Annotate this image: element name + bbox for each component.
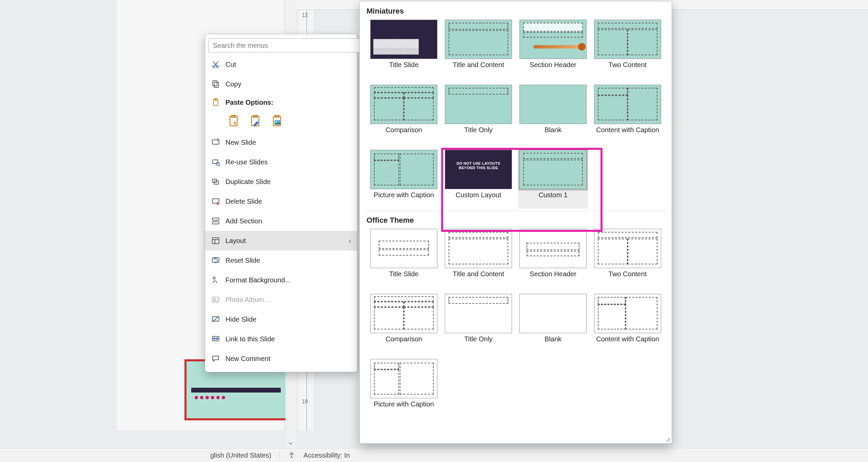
menu-copy-label: Copy bbox=[225, 80, 241, 88]
menu-delete-slide-label: Delete Slide bbox=[225, 198, 262, 205]
layout-section-header-label: Section Header bbox=[530, 61, 576, 77]
paste-options-row: a bbox=[205, 111, 357, 133]
menu-new-slide[interactable]: New Slide bbox=[205, 133, 357, 152]
layout-office-title-and-content[interactable]: Title and Content bbox=[443, 227, 513, 288]
layout-office-two-content[interactable]: Two Content bbox=[593, 227, 663, 288]
paste-icon bbox=[211, 98, 220, 107]
ruler-tick: 12 bbox=[302, 12, 308, 18]
svg-point-32 bbox=[216, 338, 218, 339]
link-icon bbox=[211, 335, 220, 343]
menu-reset-slide-label: Reset Slide bbox=[225, 257, 260, 264]
layout-office-picture-with-caption-label: Picture with Caption bbox=[374, 400, 434, 417]
layout-office-title-only[interactable]: Title Only bbox=[443, 293, 513, 353]
layout-office-section-header[interactable]: Section Header bbox=[518, 227, 588, 288]
layout-title-and-content[interactable]: Title and Content bbox=[443, 18, 513, 79]
gallery-section-miniatures: Miniatures bbox=[365, 5, 666, 18]
layout-office-picture-with-caption[interactable]: Picture with Caption bbox=[369, 358, 439, 418]
svg-point-15 bbox=[275, 121, 277, 123]
status-language[interactable]: glish (United States) bbox=[210, 451, 271, 459]
layout-office-section-header-label: Section Header bbox=[530, 270, 576, 286]
layout-title-slide-label: Title Slide bbox=[389, 61, 418, 77]
menu-search-input[interactable] bbox=[209, 38, 362, 53]
gallery-resize-grip[interactable] bbox=[665, 437, 671, 442]
menu-add-section-label: Add Section bbox=[225, 217, 262, 225]
menu-layout[interactable]: Layout › bbox=[205, 231, 357, 250]
svg-rect-24 bbox=[212, 238, 219, 243]
menu-duplicate-slide-label: Duplicate Slide bbox=[225, 178, 271, 185]
menu-duplicate-slide[interactable]: Duplicate Slide bbox=[205, 172, 357, 192]
svg-text:a: a bbox=[234, 120, 237, 125]
layout-picture-with-caption-label: Picture with Caption bbox=[374, 191, 434, 207]
layout-section-header[interactable]: Section Header bbox=[518, 18, 588, 79]
menu-format-background[interactable]: Format Background... bbox=[205, 270, 357, 290]
layout-icon bbox=[211, 236, 220, 245]
cut-icon bbox=[211, 60, 220, 69]
menu-format-background-label: Format Background... bbox=[225, 276, 291, 284]
layout-two-content[interactable]: Two Content bbox=[593, 18, 663, 79]
menu-cut-label: Cut bbox=[225, 61, 236, 68]
svg-point-31 bbox=[214, 338, 215, 339]
format-background-icon bbox=[211, 276, 220, 284]
layout-title-only-label: Title Only bbox=[464, 126, 493, 142]
menu-link-to-slide[interactable]: Link to this Slide bbox=[205, 329, 357, 349]
delete-slide-icon bbox=[211, 197, 220, 206]
context-menu: Cut Copy Paste Options: a bbox=[205, 34, 357, 372]
menu-cut[interactable]: Cut bbox=[205, 55, 357, 74]
photo-album-icon bbox=[211, 295, 220, 304]
gallery-grid-miniatures: Title Slide Title and Content Section He… bbox=[365, 18, 666, 209]
layout-office-title-and-content-label: Title and Content bbox=[453, 270, 504, 286]
layout-blank[interactable]: Blank bbox=[518, 83, 588, 144]
menu-link-to-slide-label: Link to this Slide bbox=[225, 335, 275, 343]
layout-office-blank-label: Blank bbox=[545, 335, 561, 351]
layout-gallery-flyout: Miniatures Title Slide Title and Content bbox=[359, 1, 672, 444]
layout-office-comparison[interactable]: Comparison bbox=[369, 293, 439, 353]
layout-title-and-content-label: Title and Content bbox=[453, 61, 504, 77]
layout-office-title-only-label: Title Only bbox=[464, 335, 493, 351]
menu-delete-slide[interactable]: Delete Slide bbox=[205, 192, 357, 211]
chevron-down-icon bbox=[288, 440, 294, 446]
clipboard-picture-icon bbox=[271, 115, 284, 127]
layout-title-slide[interactable]: Title Slide bbox=[369, 18, 439, 79]
layout-office-content-with-caption-label: Content with Caption bbox=[596, 335, 659, 351]
paste-use-destination-theme[interactable]: a bbox=[226, 113, 242, 129]
gallery-divider bbox=[365, 211, 666, 211]
gallery-section-office: Office Theme bbox=[365, 214, 666, 227]
menu-layout-label: Layout bbox=[225, 237, 246, 244]
resize-grip-icon bbox=[665, 437, 671, 442]
scroll-down-button[interactable] bbox=[285, 438, 296, 448]
layout-content-with-caption-label: Content with Caption bbox=[596, 126, 659, 142]
layout-custom-1[interactable]: Custom 1 bbox=[518, 148, 588, 209]
layout-title-only[interactable]: Title Only bbox=[443, 83, 513, 144]
paste-picture[interactable] bbox=[270, 113, 285, 129]
svg-rect-21 bbox=[212, 199, 219, 203]
menu-new-comment[interactable]: New Comment bbox=[205, 349, 357, 368]
menu-copy[interactable]: Copy bbox=[205, 74, 357, 94]
layout-custom-layout[interactable]: DO NOT USE LAYOUTS BEYOND THIS SLIDE Cus… bbox=[443, 148, 513, 209]
menu-add-section[interactable]: Add Section bbox=[205, 211, 357, 231]
layout-office-title-slide-label: Title Slide bbox=[389, 270, 418, 286]
menu-new-comment-label: New Comment bbox=[225, 355, 270, 362]
new-slide-icon bbox=[211, 138, 220, 147]
paste-keep-source-formatting[interactable] bbox=[248, 113, 263, 129]
layout-content-with-caption[interactable]: Content with Caption bbox=[593, 83, 663, 144]
menu-hide-slide-label: Hide Slide bbox=[225, 316, 256, 323]
menu-hide-slide[interactable]: Hide Slide bbox=[205, 309, 357, 329]
layout-office-content-with-caption[interactable]: Content with Caption bbox=[593, 293, 663, 353]
menu-photo-album-label: Photo Album... bbox=[225, 296, 270, 303]
layout-office-blank[interactable]: Blank bbox=[518, 293, 588, 353]
svg-rect-23 bbox=[212, 222, 219, 224]
layout-comparison[interactable]: Comparison bbox=[369, 83, 439, 144]
svg-point-0 bbox=[291, 452, 293, 454]
layout-office-title-slide[interactable]: Title Slide bbox=[369, 227, 439, 288]
menu-reuse-slides[interactable]: Re-use Slides bbox=[205, 152, 357, 172]
add-section-icon bbox=[211, 217, 220, 225]
reset-slide-icon bbox=[211, 256, 220, 265]
layout-picture-with-caption[interactable]: Picture with Caption bbox=[369, 148, 439, 209]
copy-icon bbox=[211, 80, 220, 88]
menu-new-slide-label: New Slide bbox=[225, 139, 256, 146]
reuse-slides-icon bbox=[211, 158, 220, 166]
svg-rect-3 bbox=[213, 81, 217, 86]
duplicate-slide-icon bbox=[211, 177, 220, 186]
status-accessibility[interactable]: Accessibility: In bbox=[303, 451, 350, 459]
menu-reset-slide[interactable]: Reset Slide bbox=[205, 250, 357, 270]
